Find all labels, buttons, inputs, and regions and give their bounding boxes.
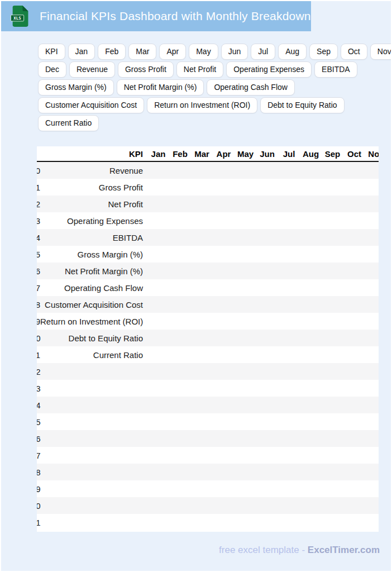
chip[interactable]: Operating Expenses	[226, 61, 312, 78]
chip[interactable]: Current Ratio	[38, 115, 99, 131]
row-number: 19	[37, 484, 40, 494]
table-row: 3Operating Expenses	[37, 212, 379, 229]
chip[interactable]: May	[189, 44, 218, 60]
kpi-cell: Revenue	[40, 166, 147, 175]
chip[interactable]: Net Profit	[176, 61, 223, 78]
chips-container: KPIJanFebMarAprMayJunJulAugSepOctNovDecR…	[38, 44, 390, 133]
row-number: 18	[37, 468, 40, 477]
table-row: 0Revenue	[37, 162, 379, 179]
footer-brand-link[interactable]: ExcelTimer.com	[308, 545, 380, 555]
table-row: 18	[37, 464, 379, 480]
kpi-cell: Customer Acquisition Cost	[40, 300, 147, 309]
chip[interactable]: Dec	[38, 61, 66, 78]
col-header-month: Nov	[365, 149, 379, 159]
chip[interactable]: Feb	[98, 44, 126, 60]
row-number: 13	[37, 384, 40, 393]
col-header-month: Jun	[256, 149, 278, 159]
kpi-cell: Gross Margin (%)	[40, 250, 147, 259]
row-number: 15	[37, 417, 40, 427]
table-row: 7Operating Cash Flow	[37, 279, 379, 296]
chip[interactable]: Debt to Equity Ratio	[260, 97, 345, 113]
kpi-cell: Operating Cash Flow	[40, 283, 147, 293]
chip[interactable]: Net Profit Margin (%)	[117, 79, 204, 96]
row-number: 12	[37, 367, 40, 376]
kpi-cell: Net Profit Margin (%)	[40, 266, 147, 276]
chip-row: Customer Acquisition CostReturn on Inves…	[38, 97, 390, 115]
table-row: 6Net Profit Margin (%)	[37, 263, 379, 279]
row-number: 20	[37, 501, 40, 511]
kpi-table: KPIJanFebMarAprMayJunJulAugSepOctNov0Rev…	[37, 146, 379, 532]
chip[interactable]: KPI	[38, 44, 65, 60]
row-number: 17	[37, 451, 40, 460]
chip[interactable]: Gross Margin (%)	[38, 79, 114, 96]
col-header-month: Apr	[213, 149, 235, 159]
table-row: 2Net Profit	[37, 196, 379, 212]
chip[interactable]: Revenue	[69, 61, 115, 78]
table-row: 1Gross Profit	[37, 179, 379, 196]
kpi-cell: Operating Expenses	[40, 216, 147, 226]
kpi-cell: Current Ratio	[40, 350, 147, 360]
col-header-kpi: KPI	[40, 149, 147, 159]
chip[interactable]: Gross Profit	[118, 61, 174, 78]
kpi-cell: EBITDA	[40, 233, 147, 242]
col-header-month: Aug	[300, 149, 322, 159]
chip[interactable]: Apr	[159, 44, 186, 60]
kpi-cell: Return on Investment (ROI)	[40, 317, 147, 326]
col-header-month: Sep	[322, 149, 343, 159]
table-row: 21	[37, 514, 379, 531]
table-header-row: KPIJanFebMarAprMayJunJulAugSepOctNov	[37, 146, 379, 162]
table-row: 16	[37, 430, 379, 447]
table-row: 20	[37, 497, 379, 514]
xls-file-icon: XLS	[10, 5, 30, 27]
col-header-month: May	[235, 149, 256, 159]
footer: free excel template - ExcelTimer.com	[219, 545, 380, 556]
chip[interactable]: Jun	[221, 44, 248, 60]
chip[interactable]: Sep	[309, 44, 338, 60]
chip[interactable]: Jul	[251, 44, 275, 60]
col-header-month: Jul	[278, 149, 300, 159]
kpi-cell: Debt to Equity Ratio	[40, 333, 147, 343]
chip-row: DecRevenueGross ProfitNet ProfitOperatin…	[38, 61, 390, 79]
xls-icon-label: XLS	[13, 16, 21, 21]
table-row: 10Debt to Equity Ratio	[37, 330, 379, 346]
chip[interactable]: Mar	[128, 44, 156, 60]
chip-row: KPIJanFebMarAprMayJunJulAugSepOctNov	[38, 44, 390, 61]
row-number: 16	[37, 434, 40, 444]
table-row: 8Customer Acquisition Cost	[37, 296, 379, 313]
col-header-month: Feb	[169, 149, 191, 159]
page-title: Financial KPIs Dashboard with Monthly Br…	[40, 9, 311, 23]
chip[interactable]: Customer Acquisition Cost	[38, 97, 144, 113]
chip[interactable]: Jan	[68, 44, 95, 60]
chip[interactable]: Nov	[370, 44, 391, 60]
topbar: XLS Financial KPIs Dashboard with Monthl…	[1, 1, 311, 31]
footer-text: free excel template -	[219, 545, 305, 555]
col-header-month: Mar	[191, 149, 213, 159]
table-row: 19	[37, 480, 379, 497]
table-row: 12	[37, 363, 379, 380]
chip[interactable]: EBITDA	[314, 61, 357, 78]
col-header-month: Jan	[147, 149, 169, 159]
table-row: 4EBITDA	[37, 229, 379, 246]
table-row: 5Gross Margin (%)	[37, 246, 379, 263]
table-row: 13	[37, 380, 379, 397]
chip[interactable]: Operating Cash Flow	[207, 79, 295, 96]
table-row: 15	[37, 413, 379, 430]
table-row: 9Return on Investment (ROI)	[37, 313, 379, 330]
kpi-cell: Gross Profit	[40, 183, 147, 192]
table-row: 14	[37, 397, 379, 413]
table-row: 17	[37, 447, 379, 464]
chip[interactable]: Return on Investment (ROI)	[147, 97, 257, 113]
row-number: 21	[37, 518, 40, 527]
kpi-cell: Net Profit	[40, 199, 147, 209]
chip[interactable]: Oct	[341, 44, 367, 60]
chip-row: Current Ratio	[38, 115, 390, 133]
chip-row: Gross Margin (%)Net Profit Margin (%)Ope…	[38, 79, 390, 97]
col-header-month: Oct	[343, 149, 365, 159]
table-row: 11Current Ratio	[37, 346, 379, 363]
chip[interactable]: Aug	[278, 44, 307, 60]
row-number: 14	[37, 401, 40, 410]
app-frame: XLS Financial KPIs Dashboard with Monthl…	[1, 1, 391, 571]
